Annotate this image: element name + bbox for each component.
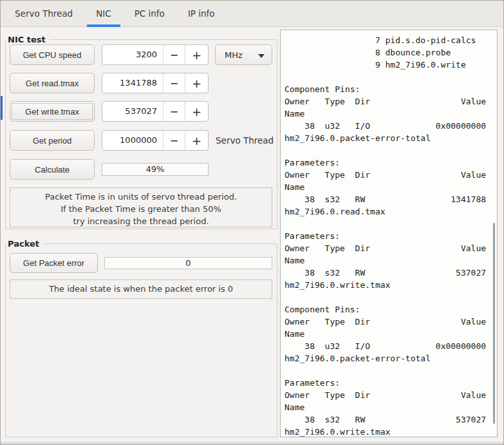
read-tmax-increment-button[interactable]: + (185, 73, 208, 93)
cpu-speed-increment-button[interactable]: + (185, 45, 208, 64)
calculate-button[interactable]: Calculate (10, 159, 95, 180)
packet-time-result: 49% (102, 163, 209, 176)
period-value[interactable]: 1000000 (102, 131, 163, 150)
read-tmax-value[interactable]: 1341788 (102, 73, 163, 93)
hal-output-panel[interactable]: 7 pid.s.do-pid-calcs 8 dbounce.probe 9 h… (280, 30, 498, 437)
write-tmax-decrement-button[interactable]: − (163, 102, 185, 121)
note-line: Packet Time is in units of servo thread … (10, 191, 272, 203)
nic-test-title: NIC test (6, 34, 50, 45)
cpu-speed-value[interactable]: 3200 (102, 45, 163, 64)
get-read-tmax-button[interactable]: Get read.tmax (10, 73, 95, 93)
get-write-tmax-button[interactable]: Get write.tmax (10, 101, 95, 122)
tab-label: IP info (188, 8, 215, 19)
get-cpu-speed-button[interactable]: Get CPU speed (10, 44, 95, 65)
write-tmax-spinbox: 537027 − + (102, 101, 209, 122)
scrollbar-thumb[interactable] (493, 223, 495, 424)
get-period-button[interactable]: Get period (10, 130, 95, 151)
packet-error-note: The ideal state is when the packet error… (10, 279, 272, 299)
cpu-speed-decrement-button[interactable]: − (163, 45, 185, 64)
packet-error-value: 0 (104, 257, 272, 269)
tab-label: PC info (135, 8, 165, 19)
tab-label: NIC (96, 8, 111, 19)
tab-pc-info[interactable]: PC info (126, 1, 174, 26)
chevron-down-icon (258, 54, 265, 58)
tab-nic[interactable]: NIC (87, 1, 120, 26)
note-line: try increasing the thread period. (10, 215, 272, 227)
write-tmax-increment-button[interactable]: + (185, 102, 208, 121)
unit-combobox[interactable]: MHz (215, 44, 272, 65)
tab-ip-info[interactable]: IP info (179, 1, 224, 26)
app-window: Servo Thread NIC PC info IP info NIC tes… (0, 0, 504, 445)
period-spinbox: 1000000 − + (102, 130, 209, 151)
get-packet-error-button[interactable]: Get Packet error (10, 253, 98, 273)
tab-servo-thread[interactable]: Servo Thread (6, 1, 82, 26)
window-bottom-edge (1, 442, 503, 444)
focus-indicator (1, 96, 3, 120)
packet-title: Packet (6, 238, 43, 249)
servo-thread-label: Servo Thread (216, 130, 274, 151)
tab-label: Servo Thread (15, 8, 73, 19)
hal-output-text: 7 pid.s.do-pid-calcs 8 dbounce.probe 9 h… (281, 30, 497, 437)
period-decrement-button[interactable]: − (163, 131, 185, 150)
read-tmax-spinbox: 1341788 − + (102, 73, 209, 93)
packet-time-note: Packet Time is in units of servo thread … (10, 187, 272, 227)
note-line: If the Packet Time is greater than 50% (10, 203, 272, 215)
unit-combobox-value: MHz (225, 50, 243, 60)
tab-bar: Servo Thread NIC PC info IP info (1, 1, 503, 27)
period-increment-button[interactable]: + (185, 131, 208, 150)
cpu-speed-spinbox: 3200 − + (102, 44, 209, 65)
write-tmax-value[interactable]: 537027 (102, 102, 163, 121)
read-tmax-decrement-button[interactable]: − (163, 73, 185, 93)
